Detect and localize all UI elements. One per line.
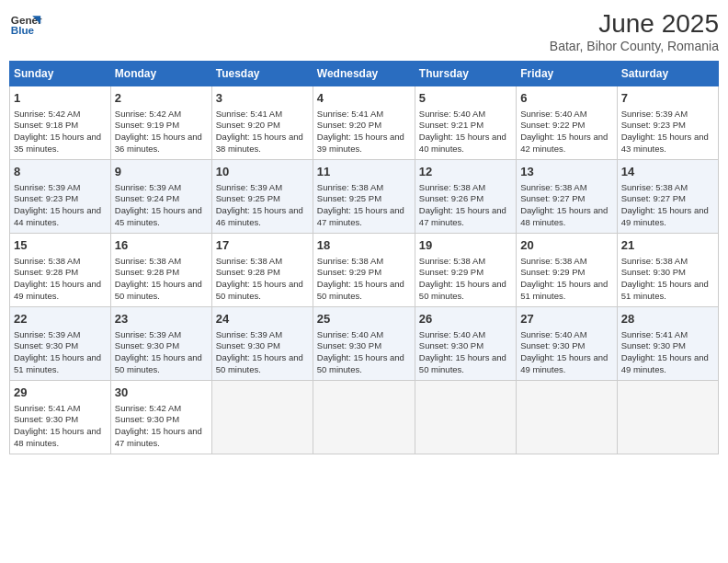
day-number: 12 bbox=[419, 164, 512, 180]
calendar-row: 15Sunrise: 5:38 AMSunset: 9:28 PMDayligh… bbox=[10, 234, 719, 307]
table-row bbox=[211, 381, 313, 454]
sunset-label: Sunset: 9:29 PM bbox=[317, 267, 381, 277]
sunrise-label: Sunrise: 5:39 AM bbox=[14, 329, 80, 339]
table-row: 7Sunrise: 5:39 AMSunset: 9:23 PMDaylight… bbox=[617, 86, 718, 160]
table-row: 1Sunrise: 5:42 AMSunset: 9:18 PMDaylight… bbox=[10, 86, 111, 160]
sunrise-label: Sunrise: 5:39 AM bbox=[621, 109, 688, 119]
sunset-label: Sunset: 9:24 PM bbox=[115, 193, 179, 203]
sunset-label: Sunset: 9:30 PM bbox=[216, 340, 280, 350]
daylight-label: Daylight: 15 hours and 50 minutes. bbox=[419, 279, 506, 301]
day-number: 16 bbox=[115, 237, 208, 254]
sunset-label: Sunset: 9:23 PM bbox=[14, 193, 78, 203]
day-number: 27 bbox=[520, 311, 612, 327]
daylight-label: Daylight: 15 hours and 36 minutes. bbox=[115, 132, 202, 154]
daylight-label: Daylight: 15 hours and 50 minutes. bbox=[115, 279, 202, 301]
sunrise-label: Sunrise: 5:42 AM bbox=[14, 109, 80, 119]
sunset-label: Sunset: 9:19 PM bbox=[115, 120, 179, 130]
sunset-label: Sunset: 9:18 PM bbox=[14, 120, 78, 130]
header-wednesday: Wednesday bbox=[313, 62, 415, 86]
sunset-label: Sunset: 9:25 PM bbox=[216, 193, 280, 203]
sunrise-label: Sunrise: 5:39 AM bbox=[216, 182, 282, 192]
logo-icon: General Blue bbox=[9, 9, 42, 42]
day-number: 26 bbox=[419, 311, 512, 327]
daylight-label: Daylight: 15 hours and 50 minutes. bbox=[317, 352, 404, 374]
calendar-row: 29Sunrise: 5:41 AMSunset: 9:30 PMDayligh… bbox=[10, 381, 719, 454]
sunset-label: Sunset: 9:20 PM bbox=[317, 120, 381, 130]
daylight-label: Daylight: 15 hours and 49 minutes. bbox=[621, 352, 709, 374]
table-row: 8Sunrise: 5:39 AMSunset: 9:23 PMDaylight… bbox=[10, 160, 111, 234]
daylight-label: Daylight: 15 hours and 47 minutes. bbox=[115, 426, 202, 448]
table-row bbox=[517, 381, 617, 454]
table-row: 2Sunrise: 5:42 AMSunset: 9:19 PMDaylight… bbox=[110, 86, 211, 160]
svg-text:Blue: Blue bbox=[11, 24, 35, 36]
daylight-label: Daylight: 15 hours and 46 minutes. bbox=[216, 205, 303, 227]
sunset-label: Sunset: 9:30 PM bbox=[621, 267, 686, 277]
sunset-label: Sunset: 9:26 PM bbox=[419, 193, 483, 203]
sunrise-label: Sunrise: 5:38 AM bbox=[520, 256, 586, 266]
table-row: 6Sunrise: 5:40 AMSunset: 9:22 PMDaylight… bbox=[517, 86, 617, 160]
day-number: 14 bbox=[621, 164, 714, 180]
daylight-label: Daylight: 15 hours and 50 minutes. bbox=[317, 279, 404, 301]
sunset-label: Sunset: 9:20 PM bbox=[216, 120, 280, 130]
daylight-label: Daylight: 15 hours and 50 minutes. bbox=[115, 352, 202, 374]
calendar-row: 8Sunrise: 5:39 AMSunset: 9:23 PMDaylight… bbox=[10, 160, 719, 234]
day-number: 11 bbox=[317, 164, 411, 180]
daylight-label: Daylight: 15 hours and 50 minutes. bbox=[216, 279, 303, 301]
sunset-label: Sunset: 9:30 PM bbox=[621, 340, 686, 350]
sunrise-label: Sunrise: 5:41 AM bbox=[621, 329, 688, 339]
table-row bbox=[617, 381, 718, 454]
day-number: 9 bbox=[115, 164, 208, 180]
header-monday: Monday bbox=[110, 62, 211, 86]
calendar-subtitle: Batar, Bihor County, Romania bbox=[550, 39, 719, 53]
header-tuesday: Tuesday bbox=[211, 62, 313, 86]
calendar-title: June 2025 bbox=[550, 9, 719, 39]
table-row: 5Sunrise: 5:40 AMSunset: 9:21 PMDaylight… bbox=[415, 86, 516, 160]
table-row: 10Sunrise: 5:39 AMSunset: 9:25 PMDayligh… bbox=[211, 160, 313, 234]
sunrise-label: Sunrise: 5:38 AM bbox=[419, 256, 485, 266]
day-number: 17 bbox=[216, 237, 309, 254]
sunrise-label: Sunrise: 5:38 AM bbox=[317, 182, 383, 192]
table-row: 19Sunrise: 5:38 AMSunset: 9:29 PMDayligh… bbox=[415, 234, 516, 307]
sunrise-label: Sunrise: 5:41 AM bbox=[216, 109, 282, 119]
table-row bbox=[313, 381, 415, 454]
calendar-row: 22Sunrise: 5:39 AMSunset: 9:30 PMDayligh… bbox=[10, 307, 719, 381]
sunset-label: Sunset: 9:23 PM bbox=[621, 120, 686, 130]
weekday-header-row: Sunday Monday Tuesday Wednesday Thursday… bbox=[10, 62, 719, 86]
daylight-label: Daylight: 15 hours and 44 minutes. bbox=[14, 205, 101, 227]
calendar-row: 1Sunrise: 5:42 AMSunset: 9:18 PMDaylight… bbox=[10, 86, 719, 160]
day-number: 18 bbox=[317, 237, 411, 254]
sunrise-label: Sunrise: 5:42 AM bbox=[115, 403, 181, 413]
daylight-label: Daylight: 15 hours and 38 minutes. bbox=[216, 132, 303, 154]
day-number: 4 bbox=[317, 90, 411, 107]
table-row: 29Sunrise: 5:41 AMSunset: 9:30 PMDayligh… bbox=[10, 381, 111, 454]
day-number: 22 bbox=[14, 311, 107, 327]
sunrise-label: Sunrise: 5:40 AM bbox=[520, 109, 586, 119]
sunrise-label: Sunrise: 5:41 AM bbox=[14, 403, 80, 413]
daylight-label: Daylight: 15 hours and 49 minutes. bbox=[621, 205, 709, 227]
sunset-label: Sunset: 9:30 PM bbox=[115, 340, 179, 350]
daylight-label: Daylight: 15 hours and 35 minutes. bbox=[14, 132, 101, 154]
table-row: 22Sunrise: 5:39 AMSunset: 9:30 PMDayligh… bbox=[10, 307, 111, 381]
table-row: 21Sunrise: 5:38 AMSunset: 9:30 PMDayligh… bbox=[617, 234, 718, 307]
sunset-label: Sunset: 9:22 PM bbox=[520, 120, 585, 130]
day-number: 8 bbox=[14, 164, 107, 180]
table-row: 27Sunrise: 5:40 AMSunset: 9:30 PMDayligh… bbox=[517, 307, 617, 381]
table-row: 24Sunrise: 5:39 AMSunset: 9:30 PMDayligh… bbox=[211, 307, 313, 381]
table-row: 11Sunrise: 5:38 AMSunset: 9:25 PMDayligh… bbox=[313, 160, 415, 234]
table-row: 26Sunrise: 5:40 AMSunset: 9:30 PMDayligh… bbox=[415, 307, 516, 381]
sunrise-label: Sunrise: 5:38 AM bbox=[621, 182, 688, 192]
sunset-label: Sunset: 9:27 PM bbox=[621, 193, 686, 203]
sunrise-label: Sunrise: 5:40 AM bbox=[419, 329, 485, 339]
table-row: 15Sunrise: 5:38 AMSunset: 9:28 PMDayligh… bbox=[10, 234, 111, 307]
header-friday: Friday bbox=[517, 62, 617, 86]
daylight-label: Daylight: 15 hours and 40 minutes. bbox=[419, 132, 506, 154]
day-number: 25 bbox=[317, 311, 411, 327]
sunset-label: Sunset: 9:30 PM bbox=[14, 340, 78, 350]
logo: General Blue bbox=[9, 9, 42, 42]
sunrise-label: Sunrise: 5:39 AM bbox=[115, 182, 181, 192]
header-sunday: Sunday bbox=[10, 62, 111, 86]
daylight-label: Daylight: 15 hours and 39 minutes. bbox=[317, 132, 404, 154]
day-number: 28 bbox=[621, 311, 714, 327]
sunrise-label: Sunrise: 5:38 AM bbox=[14, 256, 80, 266]
day-number: 29 bbox=[14, 385, 107, 401]
